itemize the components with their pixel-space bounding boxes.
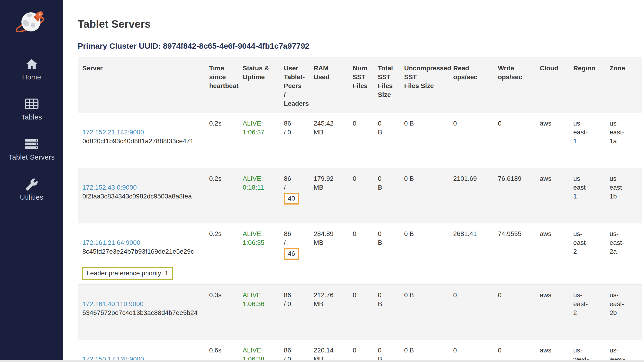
total-sst-cell: 0 B [373,340,400,362]
col-header-write-ops: Write ops/sec [493,58,535,113]
zone-cell: us- east- 2a [605,223,642,285]
col-header-num-sst: Num SST Files [348,58,373,113]
read-ops-cell: 0 [448,113,493,168]
col-header-zone: Zone [605,58,642,113]
col-header-peers: User Tablet- Peers / Leaders [279,58,309,113]
col-header-uncompressed-sst: Uncompressed SST Files Size [400,58,448,113]
col-header-ram: RAM Used [309,58,348,113]
zone-cell: us- east- 2b [605,285,642,340]
zone-cell: us- east- 1a [605,113,642,168]
uncompressed-sst-cell: 0 B [400,168,448,223]
table-row: 172.150.17.128:9000 c48bc82fc7314d5e9186… [78,340,642,362]
status-cell: ALIVE: 1:06:36 [238,285,279,340]
total-sst-cell: 0 B [373,223,400,285]
server-link[interactable]: 172.152.43.0:9000 [82,184,137,191]
write-ops-cell: 0 [493,113,535,168]
cloud-cell: aws [535,340,568,362]
tserver-table-body: 172.152.21.142:9000 0d820cf1b93c40d881a2… [78,113,642,362]
leaders-count-highlight: 40 [284,193,299,205]
col-header-cloud: Cloud [535,58,568,113]
col-header-region: Region [568,58,605,113]
total-sst-cell: 0 B [373,285,400,340]
total-sst-cell: 0 B [373,113,400,168]
write-ops-cell: 74.9555 [493,223,535,285]
uncompressed-sst-cell: 0 B [400,340,448,362]
server-uuid: 53467572be7c4d13b3ac88d4b7ee5b24 [82,308,200,317]
yugabytedb-logo[interactable] [14,8,49,36]
leader-preference-badge: Leader preference priority: 1 [82,267,173,280]
status-cell: ALIVE: 1:06:38 [238,340,279,362]
write-ops-cell: 76.6189 [493,168,535,223]
window-right-edge [642,0,642,362]
heartbeat-cell: 0.3s [204,285,238,340]
tables-icon [24,98,39,111]
heartbeat-cell: 0.2s [204,113,238,168]
uncompressed-sst-cell: 0 B [400,113,448,168]
server-uuid: 0f2faa3c834343c0982dc9503a8a8fea [82,192,200,201]
table-row: 172.161.21.64:9000 8c45fd27e3e24b7b93f16… [78,223,642,285]
zone-cell: us- east- 1b [605,168,642,223]
sidebar-item-home[interactable]: Home [22,58,41,81]
write-ops-cell: 0 [493,340,535,362]
server-uuid: 8c45fd27e3e24b7b93f169de21e5e29c [82,247,200,256]
leaders-count-highlight: 46 [284,248,299,260]
server-link[interactable]: 172.161.40.110:9000 [82,300,144,307]
region-cell: us- east- 1 [568,168,605,223]
sidebar: Home Tables [0,0,63,362]
sidebar-item-tablet-servers[interactable]: Tablet Servers [8,138,55,161]
col-header-read-ops: Read ops/sec [448,58,493,113]
ram-cell: 284.89 MB [309,223,348,285]
peers-count: 86 / [284,175,291,191]
peers-count: 86 / [284,230,291,246]
utilities-wrench-icon [25,178,38,191]
sidebar-item-label: Home [22,73,41,81]
cloud-cell: aws [535,113,568,168]
table-row: 172.161.40.110:9000 53467572be7c4d13b3ac… [78,285,642,340]
sidebar-item-utilities[interactable]: Utilities [20,178,43,201]
read-ops-cell: 0 [448,340,493,362]
uncompressed-sst-cell: 0 B [400,223,448,285]
peers-cell: 86 / 0 [279,113,309,168]
peers-cell: 86 / 0 [279,340,309,362]
tablet-servers-icon [24,138,39,151]
sidebar-item-label: Tablet Servers [8,153,55,161]
status-cell: ALIVE: 1:06:37 [238,113,279,168]
cloud-cell: aws [535,285,568,340]
sidebar-item-tables[interactable]: Tables [21,98,42,121]
cloud-cell: aws [535,223,568,285]
peers-cell: 86 / 0 [279,285,309,340]
num-sst-cell: 0 [348,223,373,285]
server-cell: 172.150.17.128:9000 c48bc82fc7314d5e9186… [78,340,204,362]
read-ops-cell: 2101.69 [448,168,493,223]
ram-cell: 220.14 MB [309,340,348,362]
col-header-server: Server [78,58,204,113]
ram-cell: 179.92 MB [309,168,348,223]
num-sst-cell: 0 [348,113,373,168]
num-sst-cell: 0 [348,340,373,362]
peers-cell: 86 /40 [279,168,309,223]
zone-cell: us- west- 1a [605,340,642,362]
col-header-total-sst: Total SST Files Size [373,58,400,113]
num-sst-cell: 0 [348,285,373,340]
heartbeat-cell: 0.2s [204,168,238,223]
total-sst-cell: 0 B [373,168,400,223]
write-ops-cell: 0 [493,285,535,340]
heartbeat-cell: 0.6s [204,340,238,362]
num-sst-cell: 0 [348,168,373,223]
server-cell: 172.152.43.0:9000 0f2faa3c834343c0982dc9… [78,168,204,223]
region-cell: us- east- 2 [568,285,605,340]
main-content: Tablet Servers Primary Cluster UUID: 897… [63,0,644,362]
server-uuid: 0d820cf1b93c40d881a27888f33ce471 [82,137,200,146]
server-cell: 172.161.40.110:9000 53467572be7c4d13b3ac… [78,285,204,340]
sidebar-item-label: Tables [21,113,42,121]
table-row: 172.152.21.142:9000 0d820cf1b93c40d881a2… [78,113,642,168]
peers-cell: 86 /46 [279,223,309,285]
region-cell: us- east- 2 [568,223,605,285]
read-ops-cell: 2681.41 [448,223,493,285]
server-link[interactable]: 172.161.21.64:9000 [82,239,140,246]
server-link[interactable]: 172.152.21.142:9000 [82,129,144,136]
peers-count: 86 / 0 [284,291,291,307]
region-cell: us- west- 1 [568,340,605,362]
read-ops-cell: 0 [448,285,493,340]
page-title: Tablet Servers [78,18,642,30]
